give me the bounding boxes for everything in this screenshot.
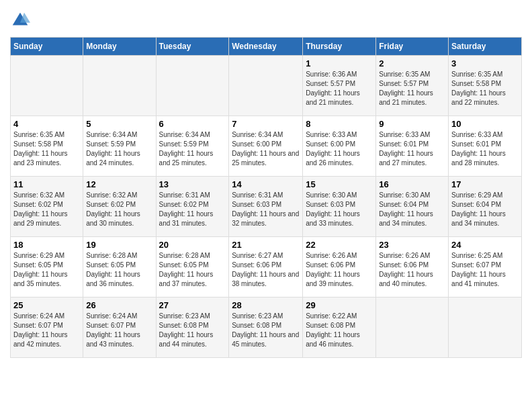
header-day: Friday (376, 38, 449, 56)
header-day: Thursday (303, 38, 376, 56)
day-number: 3 (451, 58, 519, 68)
calendar-cell: 21Sunrise: 6:27 AM Sunset: 6:06 PM Dayli… (229, 237, 303, 298)
cell-content: Sunrise: 6:36 AM Sunset: 5:57 PM Dayligh… (306, 70, 373, 107)
calendar-cell (376, 298, 449, 358)
calendar-cell: 23Sunrise: 6:26 AM Sunset: 6:06 PM Dayli… (376, 237, 449, 298)
calendar-cell: 25Sunrise: 6:24 AM Sunset: 6:07 PM Dayli… (11, 298, 83, 358)
cell-content: Sunrise: 6:24 AM Sunset: 6:07 PM Dayligh… (13, 312, 80, 349)
day-number: 15 (306, 179, 373, 189)
cell-content: Sunrise: 6:30 AM Sunset: 6:04 PM Dayligh… (379, 191, 445, 228)
day-number: 18 (13, 240, 80, 250)
calendar-cell: 29Sunrise: 6:22 AM Sunset: 6:08 PM Dayli… (303, 298, 376, 358)
calendar-cell: 11Sunrise: 6:32 AM Sunset: 6:02 PM Dayli… (11, 177, 83, 237)
header-day: Sunday (11, 38, 83, 56)
cell-content: Sunrise: 6:22 AM Sunset: 6:08 PM Dayligh… (306, 312, 373, 349)
calendar-cell: 6Sunrise: 6:34 AM Sunset: 5:59 PM Daylig… (156, 116, 229, 177)
cell-content: Sunrise: 6:31 AM Sunset: 6:02 PM Dayligh… (159, 191, 226, 228)
day-number: 7 (232, 119, 300, 129)
day-number: 10 (451, 119, 519, 129)
header-row: SundayMondayTuesdayWednesdayThursdayFrid… (11, 38, 522, 56)
calendar-table: SundayMondayTuesdayWednesdayThursdayFrid… (10, 37, 522, 358)
day-number: 16 (379, 179, 445, 189)
day-number: 11 (13, 179, 80, 189)
calendar-cell: 19Sunrise: 6:28 AM Sunset: 6:05 PM Dayli… (83, 237, 156, 298)
logo-icon (10, 10, 30, 30)
calendar-cell: 3Sunrise: 6:35 AM Sunset: 5:58 PM Daylig… (449, 56, 522, 116)
day-number: 4 (13, 119, 80, 129)
calendar-cell: 24Sunrise: 6:25 AM Sunset: 6:07 PM Dayli… (449, 237, 522, 298)
calendar-cell: 4Sunrise: 6:35 AM Sunset: 5:58 PM Daylig… (11, 116, 83, 177)
day-number: 5 (86, 119, 152, 129)
cell-content: Sunrise: 6:32 AM Sunset: 6:02 PM Dayligh… (13, 191, 80, 228)
calendar-cell (449, 298, 522, 358)
day-number: 29 (306, 300, 373, 310)
day-number: 13 (159, 179, 226, 189)
calendar-cell: 20Sunrise: 6:28 AM Sunset: 6:05 PM Dayli… (156, 237, 229, 298)
day-number: 21 (232, 240, 300, 250)
day-number: 2 (379, 58, 445, 68)
calendar-week-row: 11Sunrise: 6:32 AM Sunset: 6:02 PM Dayli… (11, 177, 522, 237)
calendar-week-row: 4Sunrise: 6:35 AM Sunset: 5:58 PM Daylig… (11, 116, 522, 177)
calendar-cell: 18Sunrise: 6:29 AM Sunset: 6:05 PM Dayli… (11, 237, 83, 298)
calendar-week-row: 25Sunrise: 6:24 AM Sunset: 6:07 PM Dayli… (11, 298, 522, 358)
cell-content: Sunrise: 6:25 AM Sunset: 6:07 PM Dayligh… (451, 251, 519, 289)
calendar-cell: 10Sunrise: 6:33 AM Sunset: 6:01 PM Dayli… (449, 116, 522, 177)
cell-content: Sunrise: 6:24 AM Sunset: 6:07 PM Dayligh… (86, 312, 152, 349)
day-number: 27 (159, 300, 226, 310)
calendar-cell: 26Sunrise: 6:24 AM Sunset: 6:07 PM Dayli… (83, 298, 156, 358)
day-number: 24 (451, 240, 519, 250)
header (10, 10, 522, 30)
calendar-cell: 15Sunrise: 6:30 AM Sunset: 6:03 PM Dayli… (303, 177, 376, 237)
calendar-cell: 12Sunrise: 6:32 AM Sunset: 6:02 PM Dayli… (83, 177, 156, 237)
header-day: Tuesday (156, 38, 229, 56)
calendar-cell (156, 56, 229, 116)
calendar-cell (83, 56, 156, 116)
day-number: 20 (159, 240, 226, 250)
cell-content: Sunrise: 6:35 AM Sunset: 5:57 PM Dayligh… (379, 70, 445, 107)
calendar-cell: 14Sunrise: 6:31 AM Sunset: 6:03 PM Dayli… (229, 177, 303, 237)
cell-content: Sunrise: 6:28 AM Sunset: 6:05 PM Dayligh… (86, 251, 152, 289)
header-day: Monday (83, 38, 156, 56)
logo (10, 10, 33, 30)
cell-content: Sunrise: 6:31 AM Sunset: 6:03 PM Dayligh… (232, 191, 300, 228)
calendar-cell: 5Sunrise: 6:34 AM Sunset: 5:59 PM Daylig… (83, 116, 156, 177)
calendar-cell: 28Sunrise: 6:23 AM Sunset: 6:08 PM Dayli… (229, 298, 303, 358)
cell-content: Sunrise: 6:34 AM Sunset: 6:00 PM Dayligh… (232, 130, 300, 168)
calendar-cell: 16Sunrise: 6:30 AM Sunset: 6:04 PM Dayli… (376, 177, 449, 237)
day-number: 12 (86, 179, 152, 189)
calendar-cell: 27Sunrise: 6:23 AM Sunset: 6:08 PM Dayli… (156, 298, 229, 358)
calendar-cell: 2Sunrise: 6:35 AM Sunset: 5:57 PM Daylig… (376, 56, 449, 116)
cell-content: Sunrise: 6:26 AM Sunset: 6:06 PM Dayligh… (306, 251, 373, 289)
header-day: Wednesday (229, 38, 303, 56)
calendar-cell: 1Sunrise: 6:36 AM Sunset: 5:57 PM Daylig… (303, 56, 376, 116)
cell-content: Sunrise: 6:35 AM Sunset: 5:58 PM Dayligh… (13, 130, 80, 168)
calendar-cell (11, 56, 83, 116)
day-number: 8 (306, 119, 373, 129)
day-number: 19 (86, 240, 152, 250)
day-number: 26 (86, 300, 152, 310)
cell-content: Sunrise: 6:26 AM Sunset: 6:06 PM Dayligh… (379, 251, 445, 289)
day-number: 23 (379, 240, 445, 250)
calendar-cell: 7Sunrise: 6:34 AM Sunset: 6:00 PM Daylig… (229, 116, 303, 177)
day-number: 9 (379, 119, 445, 129)
calendar-cell: 8Sunrise: 6:33 AM Sunset: 6:00 PM Daylig… (303, 116, 376, 177)
calendar-cell: 9Sunrise: 6:33 AM Sunset: 6:01 PM Daylig… (376, 116, 449, 177)
calendar-cell: 17Sunrise: 6:29 AM Sunset: 6:04 PM Dayli… (449, 177, 522, 237)
calendar-cell: 13Sunrise: 6:31 AM Sunset: 6:02 PM Dayli… (156, 177, 229, 237)
day-number: 6 (159, 119, 226, 129)
cell-content: Sunrise: 6:33 AM Sunset: 6:01 PM Dayligh… (379, 130, 445, 168)
header-day: Saturday (449, 38, 522, 56)
calendar-week-row: 1Sunrise: 6:36 AM Sunset: 5:57 PM Daylig… (11, 56, 522, 116)
cell-content: Sunrise: 6:32 AM Sunset: 6:02 PM Dayligh… (86, 191, 152, 228)
cell-content: Sunrise: 6:23 AM Sunset: 6:08 PM Dayligh… (159, 312, 226, 349)
calendar-cell (229, 56, 303, 116)
cell-content: Sunrise: 6:33 AM Sunset: 6:01 PM Dayligh… (451, 130, 519, 168)
day-number: 28 (232, 300, 300, 310)
cell-content: Sunrise: 6:28 AM Sunset: 6:05 PM Dayligh… (159, 251, 226, 289)
cell-content: Sunrise: 6:34 AM Sunset: 5:59 PM Dayligh… (159, 130, 226, 168)
day-number: 17 (451, 179, 519, 189)
cell-content: Sunrise: 6:30 AM Sunset: 6:03 PM Dayligh… (306, 191, 373, 228)
day-number: 14 (232, 179, 300, 189)
cell-content: Sunrise: 6:34 AM Sunset: 5:59 PM Dayligh… (86, 130, 152, 168)
day-number: 25 (13, 300, 80, 310)
